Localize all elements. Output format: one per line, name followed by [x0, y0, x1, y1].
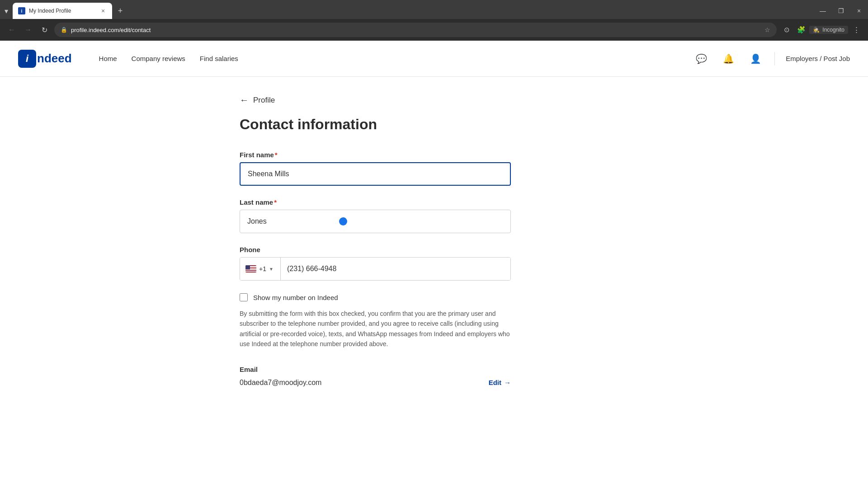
last-name-group: Last name*	[240, 198, 628, 233]
close-button[interactable]: ×	[850, 5, 868, 17]
email-label: Email	[240, 366, 628, 373]
back-arrow-icon: ←	[240, 95, 249, 105]
notifications-button[interactable]: 🔔	[720, 51, 736, 67]
last-name-required: *	[274, 198, 277, 206]
first-name-required: *	[275, 151, 278, 159]
top-nav: i ndeed Home Company reviews Find salari…	[0, 41, 868, 77]
logo-text: ndeed	[37, 52, 72, 66]
last-name-input[interactable]	[240, 210, 511, 233]
nav-home[interactable]: Home	[99, 55, 117, 62]
edit-label: Edit	[489, 379, 501, 386]
show-number-row: Show my number on Indeed	[240, 293, 628, 301]
refresh-button[interactable]: ↻	[38, 23, 51, 36]
notifications-icon: 🔔	[723, 53, 734, 64]
active-tab[interactable]: i My Indeed Profile ×	[13, 3, 112, 19]
maximize-button[interactable]: ❐	[832, 5, 850, 17]
first-name-label: First name*	[240, 151, 628, 159]
phone-wrapper: +1 ▼	[240, 257, 511, 281]
tab-bar: ▾ i My Indeed Profile × + — ❐ ×	[0, 0, 868, 19]
incognito-label: Incognito	[822, 27, 844, 33]
indeed-logo[interactable]: i ndeed	[18, 50, 72, 68]
edit-arrow-icon: →	[504, 379, 511, 386]
show-number-label[interactable]: Show my number on Indeed	[253, 294, 338, 301]
messages-icon: 💬	[696, 53, 707, 64]
browser-chrome: ▾ i My Indeed Profile × + — ❐ × ← → ↻ 🔒 …	[0, 0, 868, 41]
last-name-label: Last name*	[240, 198, 628, 206]
email-value: 0bdaeda7@moodjoy.com	[240, 379, 321, 387]
email-row: 0bdaeda7@moodjoy.com Edit →	[240, 379, 511, 387]
country-dropdown-caret: ▼	[269, 267, 274, 272]
country-code-selector[interactable]: +1 ▼	[240, 258, 281, 280]
tab-close-button[interactable]: ×	[99, 7, 107, 14]
nav-links: Home Company reviews Find salaries	[99, 55, 675, 62]
us-flag-icon	[245, 265, 256, 272]
site-wrapper: i ndeed Home Company reviews Find salari…	[0, 41, 868, 488]
phone-group: Phone +1 ▼	[240, 246, 628, 281]
nav-find-salaries[interactable]: Find salaries	[200, 55, 238, 62]
tab-dropdown[interactable]: ▾	[0, 5, 13, 17]
address-bar[interactable]: 🔒 profile.indeed.com/edit/contact ☆	[54, 23, 777, 37]
phone-label: Phone	[240, 246, 628, 253]
window-controls: — ❐ ×	[814, 5, 868, 17]
bookmark-icon[interactable]: ☆	[764, 26, 770, 33]
profile-extension-icon[interactable]: ⊙	[780, 23, 793, 36]
back-link-label: Profile	[253, 96, 275, 105]
tab-title: My Indeed Profile	[29, 8, 96, 14]
page-title: Contact information	[240, 116, 628, 133]
logo-icon: i	[18, 50, 36, 68]
country-code-display: +1	[259, 265, 266, 272]
phone-number-input[interactable]	[281, 258, 510, 280]
disclaimer-text: By submitting the form with this box che…	[240, 309, 511, 349]
text-cursor-dot	[339, 217, 347, 225]
show-number-checkbox[interactable]	[240, 293, 248, 301]
edit-email-button[interactable]: Edit →	[489, 379, 511, 386]
menu-button[interactable]: ⋮	[850, 23, 863, 36]
url-display: profile.indeed.com/edit/contact	[71, 27, 761, 33]
employers-link[interactable]: Employers / Post Job	[786, 55, 850, 62]
nav-actions: ⊙ 🧩 🕵️ Incognito ⋮	[780, 23, 863, 36]
page-content: ← Profile Contact information First name…	[231, 77, 637, 414]
messages-button[interactable]: 💬	[693, 51, 709, 67]
first-name-input[interactable]	[240, 162, 511, 186]
tab-favicon: i	[18, 7, 25, 14]
new-tab-button[interactable]: +	[114, 5, 127, 17]
back-link[interactable]: ← Profile	[240, 95, 628, 105]
nav-bar: ← → ↻ 🔒 profile.indeed.com/edit/contact …	[0, 19, 868, 41]
back-button[interactable]: ←	[5, 23, 18, 36]
first-name-group: First name*	[240, 151, 628, 186]
forward-button[interactable]: →	[22, 23, 34, 36]
nav-right: 💬 🔔 👤 Employers / Post Job	[693, 51, 850, 67]
lock-icon: 🔒	[61, 27, 67, 33]
incognito-badge: 🕵️ Incognito	[809, 26, 848, 34]
nav-divider	[774, 52, 775, 66]
user-profile-button[interactable]: 👤	[747, 51, 764, 67]
nav-company-reviews[interactable]: Company reviews	[132, 55, 185, 62]
user-icon: 👤	[750, 53, 761, 64]
extensions-icon[interactable]: 🧩	[795, 23, 807, 36]
minimize-button[interactable]: —	[814, 5, 832, 17]
incognito-icon: 🕵️	[813, 27, 820, 33]
email-section: Email 0bdaeda7@moodjoy.com Edit →	[240, 366, 628, 387]
